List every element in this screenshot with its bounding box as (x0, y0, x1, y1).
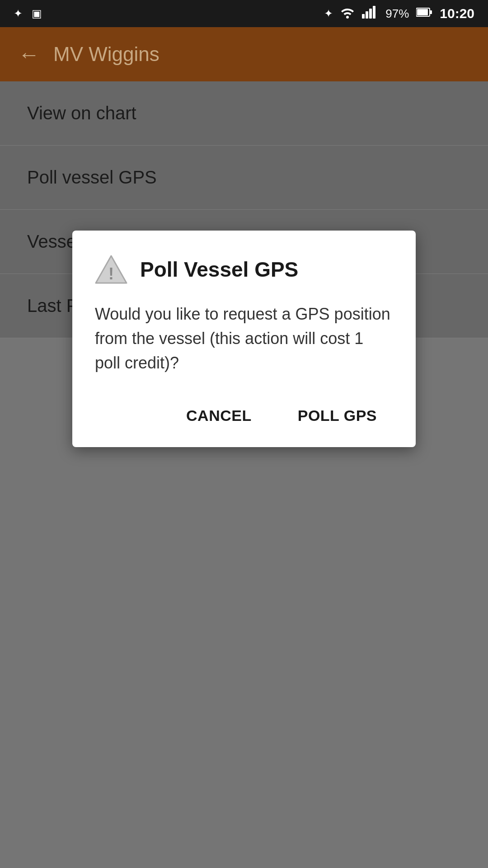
poll-gps-button[interactable]: POLL GPS (282, 398, 393, 434)
back-button[interactable]: ← (18, 42, 40, 67)
status-time: 10:20 (440, 6, 474, 21)
svg-rect-5 (417, 9, 428, 15)
signal-icon (362, 6, 378, 21)
bluetooth-icon: ✦ (324, 7, 333, 20)
svg-rect-1 (366, 11, 368, 19)
dialog-message: Would you like to request a GPS position… (95, 302, 393, 375)
warning-icon: ! (95, 253, 127, 286)
svg-text:!: ! (108, 264, 114, 283)
svg-rect-2 (369, 9, 372, 19)
app-icon-2: ▣ (32, 7, 42, 20)
svg-rect-3 (373, 6, 375, 19)
status-bar: ✦ ▣ ✦ 97% 10:20 (0, 0, 488, 27)
svg-rect-6 (430, 10, 432, 14)
app-icon-1: ✦ (14, 7, 23, 20)
status-bar-right: ✦ 97% 10:20 (324, 6, 474, 21)
svg-rect-0 (362, 14, 365, 19)
dialog-buttons: CANCEL POLL GPS (95, 398, 393, 434)
dialog-title: Poll Vessel GPS (140, 257, 298, 282)
poll-gps-dialog: ! Poll Vessel GPS Would you like to requ… (72, 231, 416, 447)
cancel-button[interactable]: CANCEL (170, 398, 268, 434)
app-bar: ← MV Wiggins (0, 27, 488, 81)
main-content: View on chart Poll vessel GPS Vessel Inf… (0, 81, 488, 338)
dialog-overlay: ! Poll Vessel GPS Would you like to requ… (0, 81, 488, 338)
app-bar-title: MV Wiggins (53, 43, 160, 66)
battery-icon (416, 7, 432, 20)
dialog-title-row: ! Poll Vessel GPS (95, 253, 393, 286)
wifi-icon (340, 6, 355, 21)
status-bar-left-icons: ✦ ▣ (14, 7, 42, 20)
battery-percentage: 97% (385, 7, 409, 21)
